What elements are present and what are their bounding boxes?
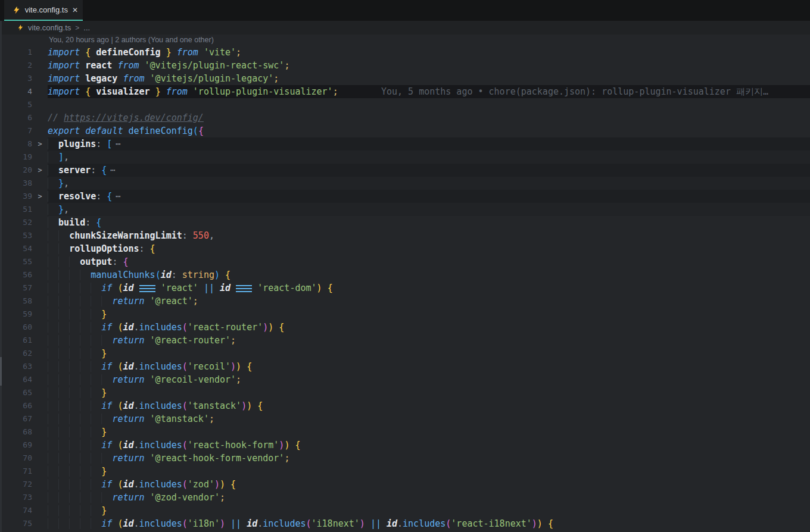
code-line[interactable]: 60 if (id.includes('react-router')) { <box>0 321 810 334</box>
code-line[interactable]: 59 } <box>0 308 810 321</box>
fold-ellipsis-icon[interactable]: ⋯ <box>110 165 116 176</box>
breadcrumb-item-file[interactable]: vite.config.ts <box>28 23 71 32</box>
code-content[interactable]: // https://vitejs.dev/config/ <box>48 111 810 124</box>
code-content[interactable]: return '@react-hook-form-vendor'; <box>48 452 810 465</box>
code-content[interactable]: } <box>48 347 810 360</box>
fold-chevron-icon[interactable]: > <box>32 137 48 151</box>
code-token <box>145 414 150 424</box>
code-content[interactable]: if (id.includes('tanstack')) { <box>48 399 810 412</box>
breadcrumb[interactable]: vite.config.ts > ... <box>0 21 810 35</box>
code-content[interactable]: return '@react'; <box>48 295 810 308</box>
code-line[interactable]: 6// https://vitejs.dev/config/ <box>0 111 810 124</box>
code-line[interactable]: 8> plugins: [⋯ <box>0 137 810 151</box>
code-line[interactable]: 52 build: { <box>0 216 810 229</box>
code-line[interactable]: 19 ], <box>0 151 810 164</box>
breadcrumb-more[interactable]: ... <box>83 23 90 32</box>
code-line[interactable]: 20> server: {⋯ <box>0 164 810 177</box>
code-line[interactable]: 58 return '@react'; <box>0 295 810 308</box>
code-line[interactable]: 62 } <box>0 347 810 360</box>
code-content[interactable]: server: {⋯ <box>48 164 810 177</box>
code-content[interactable]: output: { <box>48 255 810 268</box>
tab-close-icon[interactable]: ✕ <box>72 6 78 14</box>
tab-vite-config[interactable]: vite.config.ts ✕ <box>4 0 83 21</box>
code-content[interactable]: return '@tanstack'; <box>48 412 810 425</box>
code-line[interactable]: 7export default defineConfig({ <box>0 124 810 137</box>
code-content[interactable] <box>48 98 810 111</box>
code-content[interactable]: } <box>48 425 810 439</box>
code-line[interactable]: 73 return '@zod-vendor'; <box>0 491 810 504</box>
code-line[interactable]: 61 return '@react-router'; <box>0 334 810 347</box>
code-line[interactable]: 66 if (id.includes('tanstack')) { <box>0 399 810 412</box>
code-line[interactable]: 56 manualChunks(id: string) { <box>0 268 810 281</box>
code-content[interactable]: import { visualizer } from 'rollup-plugi… <box>48 85 810 98</box>
indent-guides <box>48 361 101 372</box>
code-content[interactable]: } <box>48 504 810 517</box>
code-line[interactable]: 70 return '@react-hook-form-vendor'; <box>0 452 810 465</box>
code-content[interactable]: ], <box>48 151 810 164</box>
code-line[interactable]: 71 } <box>0 465 810 478</box>
code-line[interactable]: 1import { defineConfig } from 'vite'; <box>0 46 810 59</box>
code-content[interactable]: if (id.includes('i18n') || id.includes('… <box>48 517 810 530</box>
codelens-blame-summary[interactable]: You, 20 hours ago | 2 authors (You and o… <box>0 35 810 46</box>
code-content[interactable]: plugins: [⋯ <box>48 137 810 151</box>
left-sash-handle[interactable] <box>0 357 2 386</box>
code-content[interactable]: if (id === 'react' || id === 'react-dom'… <box>48 281 810 295</box>
code-line[interactable]: 55 output: { <box>0 255 810 268</box>
gutter: 59 <box>0 308 48 321</box>
code-content[interactable]: import legacy from '@vitejs/plugin-legac… <box>48 72 810 85</box>
fold-chevron-icon[interactable]: > <box>32 190 48 203</box>
code-line[interactable]: 39> resolve: {⋯ <box>0 190 810 203</box>
code-content[interactable]: chunkSizeWarningLimit: 550, <box>48 229 810 242</box>
code-content[interactable]: if (id.includes('zod')) { <box>48 478 810 491</box>
code-content[interactable]: if (id.includes('recoil')) { <box>48 360 810 373</box>
code-content[interactable]: if (id.includes('react-hook-form')) { <box>48 439 810 452</box>
code-content[interactable]: rollupOptions: { <box>48 242 810 255</box>
editor-pane[interactable]: You, 20 hours ago | 2 authors (You and o… <box>0 35 810 532</box>
code-content[interactable]: } <box>48 465 810 478</box>
chevron-spacer <box>32 295 48 308</box>
code-line[interactable]: 63 if (id.includes('recoil')) { <box>0 360 810 373</box>
code-content[interactable]: manualChunks(id: string) { <box>48 268 810 281</box>
code-line[interactable]: 64 return '@recoil-vendor'; <box>0 373 810 386</box>
code-content[interactable]: import react from '@vitejs/plugin-react-… <box>48 59 810 72</box>
comment-link[interactable]: https://vitejs.dev/config/ <box>64 112 204 123</box>
code-content[interactable]: } <box>48 386 810 399</box>
code-line[interactable]: 5 <box>0 98 810 111</box>
code-line[interactable]: 51 }, <box>0 203 810 216</box>
code-content[interactable]: resolve: {⋯ <box>48 190 810 203</box>
code-line[interactable]: 68 } <box>0 425 810 439</box>
code-line[interactable]: 75 if (id.includes('i18n') || id.include… <box>0 517 810 530</box>
chevron-spacer <box>32 399 48 412</box>
code-content[interactable]: return '@recoil-vendor'; <box>48 373 810 386</box>
left-sash[interactable] <box>0 21 2 532</box>
code-line[interactable]: 4import { visualizer } from 'rollup-plug… <box>0 85 810 98</box>
code-line[interactable]: 2import react from '@vitejs/plugin-react… <box>0 59 810 72</box>
code-content[interactable]: export default defineConfig({ <box>48 124 810 137</box>
code-content[interactable]: return '@react-router'; <box>48 334 810 347</box>
code-content[interactable]: } <box>48 308 810 321</box>
code-content[interactable]: return '@zod-vendor'; <box>48 491 810 504</box>
code-line[interactable]: 57 if (id === 'react' || id === 'react-d… <box>0 281 810 295</box>
code-content[interactable]: }, <box>48 203 810 216</box>
code-line[interactable]: 53 chunkSizeWarningLimit: 550, <box>0 229 810 242</box>
fold-ellipsis-icon[interactable]: ⋯ <box>116 191 121 202</box>
gutter: 70 <box>0 452 48 465</box>
code-line[interactable]: 69 if (id.includes('react-hook-form')) { <box>0 439 810 452</box>
code-line[interactable]: 3import legacy from '@vitejs/plugin-lega… <box>0 72 810 85</box>
code-line[interactable]: 65 } <box>0 386 810 399</box>
code-line[interactable]: 72 if (id.includes('zod')) { <box>0 478 810 491</box>
code-content[interactable]: if (id.includes('react-router')) { <box>48 321 810 334</box>
fold-ellipsis-icon[interactable]: ⋯ <box>116 139 121 149</box>
gutter: 61 <box>0 334 48 347</box>
code-content[interactable]: }, <box>48 177 810 190</box>
code-line[interactable]: 67 return '@tanstack'; <box>0 412 810 425</box>
code-line[interactable]: 54 rollupOptions: { <box>0 242 810 255</box>
code-content[interactable]: import { defineConfig } from 'vite'; <box>48 46 810 59</box>
code-content[interactable]: build: { <box>48 216 810 229</box>
code-token: || <box>370 518 381 529</box>
code-token: { <box>198 126 204 136</box>
code-line[interactable]: 74 } <box>0 504 810 517</box>
fold-chevron-icon[interactable]: > <box>32 164 48 177</box>
code-line[interactable]: 38 }, <box>0 177 810 190</box>
code-token: id <box>387 518 397 529</box>
